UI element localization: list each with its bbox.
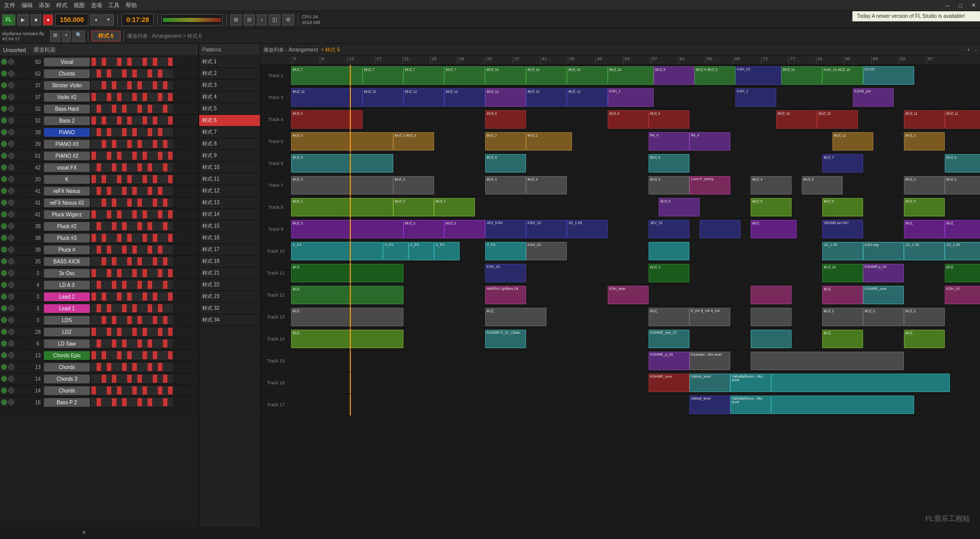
ch-pad[interactable] <box>137 222 142 230</box>
window-close[interactable]: ✕ <box>971 2 976 9</box>
ch-solo-btn[interactable] <box>8 258 14 264</box>
ch-solo-btn[interactable] <box>8 387 14 394</box>
menu-item-file[interactable]: 文件 <box>4 2 15 9</box>
arrangement-block[interactable]: 样式 2 <box>393 198 434 216</box>
ch-pad[interactable] <box>112 281 116 289</box>
ch-pad[interactable] <box>137 257 142 265</box>
ch-pad[interactable] <box>117 81 122 89</box>
ch-pad[interactable] <box>168 328 173 336</box>
ch-pad[interactable] <box>117 128 122 136</box>
ch-mute-btn[interactable] <box>1 188 7 194</box>
arrangement-block[interactable]: 样式 10 <box>567 66 608 85</box>
window-minimize[interactable]: ─ <box>946 3 950 9</box>
arrangement-block[interactable]: KSHMR S_01_Clean <box>485 330 526 348</box>
ch-pad[interactable] <box>91 316 96 324</box>
ch-pad[interactable] <box>127 246 132 254</box>
ch-pad[interactable] <box>117 187 122 195</box>
ch-pad[interactable] <box>132 316 137 324</box>
ch-pad[interactable] <box>153 363 157 371</box>
ch-pad[interactable] <box>153 222 157 230</box>
ch-name[interactable]: Vocal <box>44 58 90 66</box>
ch-pad[interactable] <box>132 281 137 289</box>
ch-pad[interactable] <box>112 269 116 277</box>
ch-pad[interactable] <box>122 128 127 136</box>
ch-mute-btn[interactable] <box>1 235 7 241</box>
arrangement-block[interactable]: KSH_#3 <box>945 286 980 304</box>
ch-pad[interactable] <box>158 175 162 183</box>
arrangement-block[interactable]: 样式 2 <box>526 132 572 151</box>
mixer-icon[interactable]: ⊞ <box>230 14 242 26</box>
arrangement-block[interactable]: 样式 3 样式 3 <box>393 132 434 151</box>
ch-pad[interactable] <box>107 269 111 277</box>
ch-name[interactable]: Bass P 2 <box>44 398 90 407</box>
arrangement-block[interactable]: KSH_#2 <box>485 264 526 282</box>
ch-pad[interactable] <box>117 363 122 371</box>
ch-pad[interactable] <box>163 105 168 113</box>
ch-name[interactable]: K <box>44 175 90 184</box>
ch-name[interactable]: Strixter Violin <box>44 81 90 90</box>
ch-pad[interactable] <box>132 163 137 172</box>
ch-pad[interactable] <box>91 328 96 336</box>
ch-pad[interactable] <box>137 246 142 254</box>
ch-pad[interactable] <box>127 351 132 359</box>
ch-pad[interactable] <box>122 351 127 359</box>
ch-pad[interactable] <box>127 375 132 383</box>
ch-name[interactable]: LDS <box>44 316 90 325</box>
ch-pad[interactable] <box>163 175 168 183</box>
zoom-in-btn[interactable]: + <box>967 47 970 53</box>
ch-pad[interactable] <box>137 281 142 289</box>
arrangement-block[interactable]: 样式 2 <box>945 176 980 194</box>
ch-pad[interactable] <box>122 81 127 89</box>
ch-pad[interactable] <box>153 316 157 324</box>
ch-pad[interactable] <box>112 292 116 301</box>
ch-solo-btn[interactable] <box>8 176 14 182</box>
ch-pad[interactable] <box>168 339 173 348</box>
ch-pad[interactable] <box>158 81 162 89</box>
browser-icon[interactable]: ◫ <box>269 14 280 26</box>
track-content[interactable]: 样式 3样式 3 样式 3样式 2样式 2Ba_eBa_e样式 12样式 2 <box>291 131 980 152</box>
arrangement-block[interactable]: 样式 3 <box>393 176 434 194</box>
ch-solo-btn[interactable] <box>8 247 14 253</box>
ch-pad[interactable] <box>168 175 173 183</box>
arrangement-block[interactable]: 样式 <box>822 330 863 348</box>
ch-pad[interactable] <box>168 58 173 66</box>
ch-pad[interactable] <box>132 386 137 395</box>
ch-pad[interactable] <box>142 234 147 242</box>
ch-pad[interactable] <box>163 210 168 218</box>
ch-pad[interactable] <box>148 81 152 89</box>
arrangement-block[interactable]: 样式 2 <box>904 176 945 194</box>
ch-pad[interactable] <box>122 375 127 383</box>
ch-pad[interactable] <box>91 269 96 277</box>
pattern-item[interactable]: 样式 12 <box>199 185 260 197</box>
ch-pad[interactable] <box>107 105 111 113</box>
pattern-item[interactable]: 样式 34 <box>199 314 260 326</box>
ch-pad[interactable] <box>163 363 168 371</box>
ch-solo-btn[interactable] <box>8 376 14 382</box>
unsorted-tab[interactable]: Unsorted <box>3 47 26 53</box>
arrangement-block[interactable]: 样式 12 <box>291 88 363 107</box>
ch-pad[interactable] <box>122 386 127 395</box>
arrangement-block[interactable]: VEDM3 act 047 <box>822 220 863 238</box>
ch-solo-btn[interactable] <box>8 352 14 358</box>
ch-pad[interactable] <box>117 163 122 172</box>
ch-pad[interactable] <box>91 210 96 218</box>
ch-pad[interactable] <box>122 69 127 78</box>
ch-pad[interactable] <box>117 304 122 312</box>
ch-pad[interactable] <box>142 269 147 277</box>
ch-pad[interactable] <box>117 222 122 230</box>
pattern-item[interactable]: 样式 11 <box>199 174 260 185</box>
ch-pad[interactable] <box>148 269 152 277</box>
ch-pad[interactable] <box>102 81 106 89</box>
arrangement-block[interactable]: JG_1.09 <box>945 242 980 260</box>
arrangement-block[interactable]: KSH_1 <box>608 88 654 107</box>
ch-pad[interactable] <box>102 304 106 312</box>
ch-pad[interactable] <box>148 175 152 183</box>
ch-pad[interactable] <box>117 175 122 183</box>
arrangement-block[interactable]: JG_1.09 <box>822 242 863 260</box>
ch-pad[interactable] <box>102 116 106 125</box>
ch-pad[interactable] <box>97 304 101 312</box>
ch-pad[interactable] <box>158 93 162 101</box>
track-content[interactable]: Valhall_levelValhallaRoom - Mix level <box>291 394 980 415</box>
ch-mute-btn[interactable] <box>1 141 7 147</box>
ch-pad[interactable] <box>142 351 147 359</box>
